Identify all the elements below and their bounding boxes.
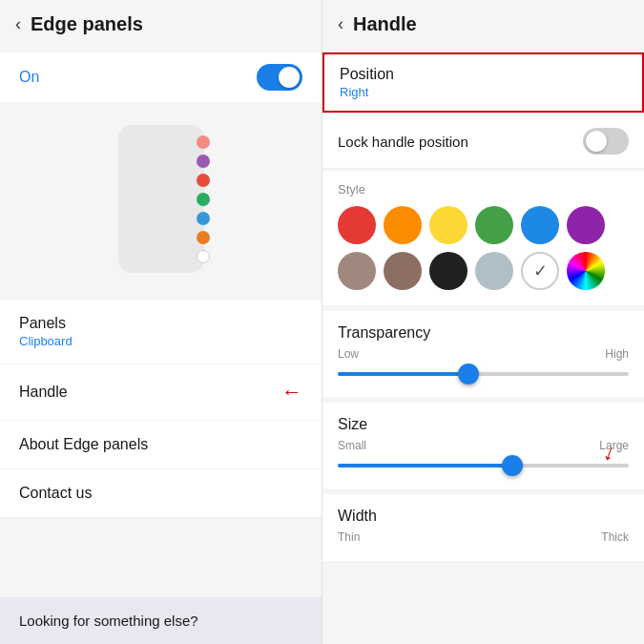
dot-5: [197, 212, 210, 225]
lock-label: Lock handle position: [338, 134, 468, 150]
left-header: ‹ Edge panels: [0, 0, 322, 49]
style-section: Style ✓: [322, 171, 644, 305]
color-yellow[interactable]: [429, 206, 467, 244]
size-labels: Small Large: [338, 439, 629, 452]
transparency-section: Transparency Low High: [322, 311, 644, 397]
looking-item[interactable]: Looking for something else?: [0, 597, 322, 644]
color-grey[interactable]: [475, 252, 513, 290]
color-brown[interactable]: [384, 252, 422, 290]
contact-menu-item[interactable]: Contact us: [0, 469, 322, 518]
on-label: On: [19, 69, 39, 86]
left-panel: ‹ Edge panels On Panels Clipboard Handle: [0, 0, 322, 644]
width-title: Width: [338, 508, 629, 525]
size-section: Size ↓ Small Large: [322, 403, 644, 488]
phone-mockup: [118, 125, 204, 273]
on-toggle[interactable]: [257, 64, 302, 91]
color-orange[interactable]: [384, 206, 422, 244]
size-slider[interactable]: [338, 456, 629, 475]
color-blue[interactable]: [521, 206, 559, 244]
dot-2: [197, 155, 210, 168]
on-row: On: [0, 52, 322, 102]
handle-red-arrow: ←: [281, 380, 302, 405]
width-thick: Thick: [601, 530, 629, 544]
right-header: ‹ Handle: [322, 0, 644, 49]
width-labels: Thin Thick: [338, 530, 629, 544]
color-purple[interactable]: [567, 206, 605, 244]
dot-1: [197, 135, 210, 149]
color-black[interactable]: [429, 252, 467, 290]
transparency-title: Transparency: [338, 324, 629, 342]
position-title: Position: [340, 66, 627, 83]
dot-3: [197, 174, 210, 187]
panels-subtitle: Clipboard: [19, 334, 302, 348]
about-label: About Edge panels: [19, 436, 302, 453]
color-gradient[interactable]: [567, 252, 605, 290]
color-pink-brown[interactable]: [338, 252, 376, 290]
contact-label: Contact us: [19, 485, 302, 502]
trans-thumb[interactable]: [458, 364, 479, 384]
size-fill: [338, 464, 512, 467]
trans-low: Low: [338, 347, 359, 361]
left-panel-title: Edge panels: [31, 13, 143, 35]
trans-fill: [338, 372, 468, 376]
right-back-button[interactable]: ‹: [338, 14, 343, 34]
position-value: Right: [340, 85, 627, 99]
menu-section: Panels Clipboard Handle ← About Edge pan…: [0, 300, 322, 518]
size-small: Small: [338, 439, 366, 452]
position-card[interactable]: Position Right: [322, 52, 644, 113]
about-menu-item[interactable]: About Edge panels: [0, 421, 322, 469]
handle-label: Handle: [19, 384, 68, 401]
trans-track: [338, 372, 629, 376]
handle-menu-item[interactable]: Handle ←: [0, 364, 322, 421]
phone-dots: [197, 135, 210, 263]
phone-illustration: [0, 106, 322, 292]
color-grid: ✓: [338, 206, 629, 290]
trans-slider[interactable]: [338, 364, 629, 384]
size-track: [338, 464, 629, 467]
dot-7: [197, 250, 210, 263]
panels-label: Panels: [19, 315, 302, 332]
dot-4: [197, 193, 210, 206]
trans-high: High: [605, 347, 629, 361]
looking-label: Looking for something else?: [19, 613, 302, 629]
lock-toggle[interactable]: [583, 128, 629, 155]
color-red[interactable]: [338, 206, 376, 244]
panels-menu-item[interactable]: Panels Clipboard: [0, 300, 322, 364]
width-section: Width Thin Thick: [322, 494, 644, 561]
lock-row: Lock handle position: [322, 114, 644, 169]
color-green[interactable]: [475, 206, 513, 244]
color-check[interactable]: ✓: [521, 252, 559, 290]
size-thumb[interactable]: [502, 455, 523, 476]
right-panel: ‹ Handle Position Right Lock handle posi…: [322, 0, 644, 644]
right-panel-title: Handle: [353, 13, 417, 35]
width-thin: Thin: [338, 530, 360, 544]
trans-labels: Low High: [338, 347, 629, 361]
dot-6: [197, 231, 210, 244]
style-label: Style: [338, 182, 629, 197]
size-title: Size: [338, 416, 629, 433]
left-back-button[interactable]: ‹: [15, 14, 21, 34]
